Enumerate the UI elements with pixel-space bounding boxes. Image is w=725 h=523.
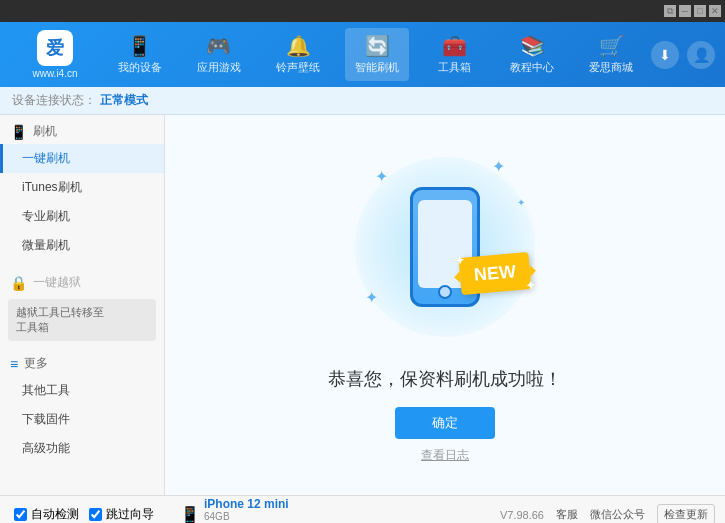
toolbox-icon: 🧰 [442,34,467,58]
main-layout: 📱 刷机 一键刷机 iTunes刷机 专业刷机 微量刷机 🔒 一键越狱 越狱工具… [0,115,725,495]
apps-icon: 🎮 [206,34,231,58]
window-controls[interactable]: ⧉ ─ □ ✕ [661,5,721,17]
new-ribbon: ✦ NEW ✦ [459,252,532,295]
mall-icon: 🛒 [599,34,624,58]
new-star-left: ✦ [454,253,465,268]
logo-subtitle: www.i4.cn [32,68,77,79]
maximize-button[interactable]: □ [694,5,706,17]
skip-wizard-input[interactable] [89,508,102,521]
tutorials-icon: 📚 [520,34,545,58]
phone-illustration: ✦ ✦ ✦ ✦ ✦ NEW ✦ [345,147,545,347]
sparkle-4: ✦ [517,197,525,208]
minimize-button[interactable]: ─ [679,5,691,17]
ringtones-icon: 🔔 [286,34,311,58]
sidebar-section-more: ≡ 更多 [0,347,164,376]
nav-apps[interactable]: 🎮 应用游戏 [187,28,251,81]
sparkle-1: ✦ [375,167,388,186]
sparkle-3: ✦ [365,288,378,307]
sidebar-item-advanced[interactable]: 高级功能 [0,434,164,463]
nav-smart-flash[interactable]: 🔄 智能刷机 [345,28,409,81]
success-text: 恭喜您，保资料刷机成功啦！ [328,367,562,391]
logo-area: 爱 www.i4.cn [10,30,100,79]
more-section-title: 更多 [24,355,48,372]
sidebar-item-download-firmware[interactable]: 下载固件 [0,405,164,434]
smart-flash-icon: 🔄 [365,34,390,58]
new-star-right: ✦ [525,278,536,293]
device-icon: 📱 [180,505,200,523]
bottom-right: V7.98.66 客服 微信公众号 检查更新 [500,504,715,523]
toolbox-label: 工具箱 [438,60,471,75]
bottom-checkboxes: 自动检测 跳过向导 [14,506,164,523]
nav-mall[interactable]: 🛒 爱思商城 [579,28,643,81]
sparkle-2: ✦ [492,157,505,176]
auto-detect-checkbox[interactable]: 自动检测 [14,506,79,523]
nav-toolbox[interactable]: 🧰 工具箱 [425,28,485,81]
status-bar: 设备连接状态： 正常模式 [0,87,725,115]
customer-service-link[interactable]: 客服 [556,507,578,522]
header-right: ⬇ 👤 [651,41,715,69]
download-button[interactable]: ⬇ [651,41,679,69]
sidebar-item-onekey-flash[interactable]: 一键刷机 [0,144,164,173]
content-area: ✦ ✦ ✦ ✦ ✦ NEW ✦ 恭喜您，保资料刷机成功啦！ 确定 查看日志 [165,115,725,495]
status-label: 设备连接状态： [12,92,96,109]
sidebar: 📱 刷机 一键刷机 iTunes刷机 专业刷机 微量刷机 🔒 一键越狱 越狱工具… [0,115,165,495]
skip-wizard-checkbox[interactable]: 跳过向导 [89,506,154,523]
bottom-section: 自动检测 跳过向导 📱 iPhone 12 mini 64GB Down-12m… [0,495,725,523]
device-bar: 自动检测 跳过向导 📱 iPhone 12 mini 64GB Down-12m… [0,495,725,523]
wechat-link[interactable]: 微信公众号 [590,507,645,522]
more-section-icon: ≡ [10,356,18,372]
mall-label: 爱思商城 [589,60,633,75]
sidebar-item-other-tools[interactable]: 其他工具 [0,376,164,405]
auto-detect-input[interactable] [14,508,27,521]
device-name: iPhone 12 mini [204,497,289,511]
close-button[interactable]: ✕ [709,5,721,17]
title-bar: ⧉ ─ □ ✕ [0,0,725,22]
flash-section-title: 刷机 [33,123,57,140]
status-value: 正常模式 [100,92,148,109]
nav-my-device[interactable]: 📱 我的设备 [108,28,172,81]
jailbreak-section-icon: 🔒 [10,275,27,291]
auto-detect-label: 自动检测 [31,506,79,523]
my-device-icon: 📱 [127,34,152,58]
nav-ringtones[interactable]: 🔔 铃声壁纸 [266,28,330,81]
version-text: V7.98.66 [500,509,544,521]
device-storage: 64GB [204,511,289,522]
header: 爱 www.i4.cn 📱 我的设备 🎮 应用游戏 🔔 铃声壁纸 🔄 智能刷机 … [0,22,725,87]
jailbreak-note: 越狱工具已转移至工具箱 [8,299,156,341]
sidebar-item-pro-flash[interactable]: 专业刷机 [0,202,164,231]
nav-tutorials[interactable]: 📚 教程中心 [500,28,564,81]
skip-wizard-label: 跳过向导 [106,506,154,523]
log-link[interactable]: 查看日志 [421,447,469,464]
jailbreak-section-title: 一键越狱 [33,274,81,291]
user-button[interactable]: 👤 [687,41,715,69]
restore-button[interactable]: ⧉ [664,5,676,17]
phone-home-button [438,285,452,299]
ringtones-label: 铃声壁纸 [276,60,320,75]
tutorials-label: 教程中心 [510,60,554,75]
sidebar-item-itunes-flash[interactable]: iTunes刷机 [0,173,164,202]
confirm-button[interactable]: 确定 [395,407,495,439]
flash-section-icon: 📱 [10,124,27,140]
nav-bar: 📱 我的设备 🎮 应用游戏 🔔 铃声壁纸 🔄 智能刷机 🧰 工具箱 📚 教程中心… [100,28,651,81]
sidebar-section-flash: 📱 刷机 [0,115,164,144]
sidebar-item-micro-flash[interactable]: 微量刷机 [0,231,164,260]
smart-flash-label: 智能刷机 [355,60,399,75]
check-update-button[interactable]: 检查更新 [657,504,715,523]
device-info-area: 📱 iPhone 12 mini 64GB Down-12mini-13,1 [180,497,289,524]
apps-label: 应用游戏 [197,60,241,75]
sidebar-section-jailbreak: 🔒 一键越狱 [0,266,164,295]
logo-icon: 爱 [37,30,73,66]
my-device-label: 我的设备 [118,60,162,75]
device-details: iPhone 12 mini 64GB Down-12mini-13,1 [204,497,289,524]
